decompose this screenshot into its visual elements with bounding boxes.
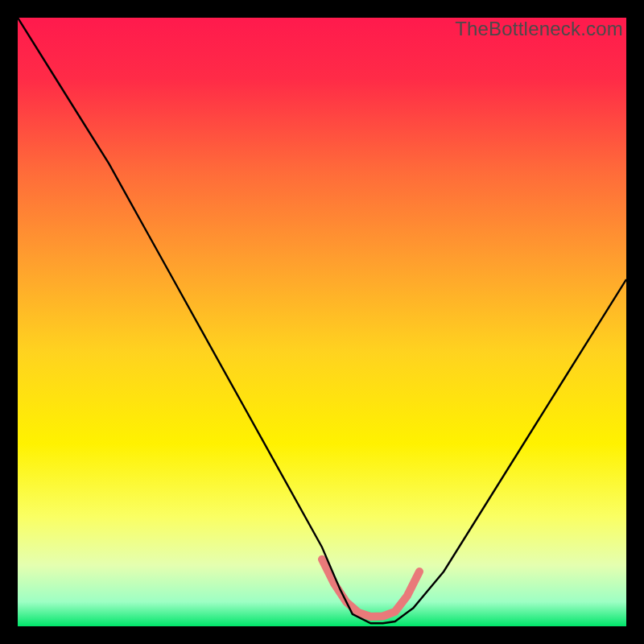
chart-container: TheBottleneck.com <box>18 18 626 626</box>
bottleneck-chart <box>18 18 626 626</box>
plot-area <box>18 18 626 626</box>
watermark-text: TheBottleneck.com <box>455 18 623 40</box>
gradient-background <box>18 18 626 626</box>
